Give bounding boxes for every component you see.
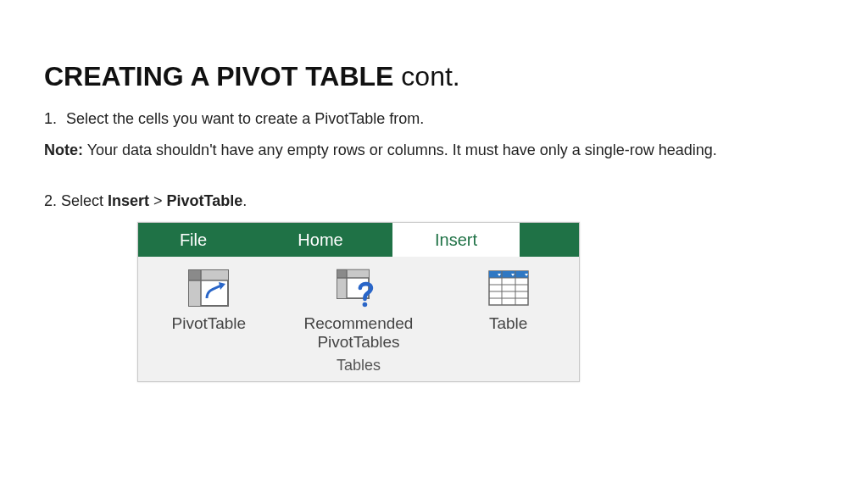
tool-table-label: Table: [489, 314, 527, 333]
title-rest: cont.: [393, 61, 459, 92]
note-row: Note: Your data shouldn't have any empty…: [44, 139, 824, 162]
tool-recommended-label-1: Recommended: [304, 314, 414, 333]
tool-pivottable-label: PivotTable: [171, 314, 246, 333]
svg-rect-9: [347, 270, 369, 278]
ribbon-group-tables: Tables: [147, 357, 570, 378]
step-1-text: Select the cells you want to create a Pi…: [66, 110, 424, 127]
svg-rect-1: [189, 270, 201, 280]
step-1: 1.Select the cells you want to create a …: [44, 108, 824, 130]
svg-rect-3: [201, 270, 228, 280]
recommended-pivottables-icon: [337, 269, 381, 308]
svg-rect-8: [337, 278, 347, 298]
ribbon-body: PivotTable: [138, 257, 579, 381]
step-2-insert: Insert: [108, 192, 149, 209]
title-bold: CREATING A PIVOT TABLE: [44, 61, 393, 92]
tab-home: Home: [248, 223, 392, 257]
svg-point-12: [363, 302, 368, 308]
step-1-number: 1.: [44, 108, 66, 130]
svg-rect-14: [489, 271, 528, 278]
tab-file: File: [138, 223, 248, 257]
tool-recommended-label-2: PivotTables: [317, 333, 399, 352]
step-2: 2. Select Insert > PivotTable.: [44, 192, 824, 210]
tool-table: Table: [449, 269, 568, 333]
note-text: Your data shouldn't have any empty rows …: [83, 141, 717, 158]
step-2-sep: >: [149, 192, 167, 209]
page-title: CREATING A PIVOT TABLE cont.: [44, 61, 824, 92]
table-icon: [487, 269, 531, 308]
svg-rect-7: [337, 270, 347, 278]
excel-ribbon-image: File Home Insert: [137, 222, 580, 382]
tool-pivottable: PivotTable: [149, 269, 268, 333]
step-2-suffix: .: [242, 192, 247, 209]
step-2-prefix: 2. Select: [44, 192, 108, 209]
tab-insert-active: Insert: [392, 223, 520, 257]
pivottable-icon: [186, 269, 231, 308]
tool-recommended-pivottables: Recommended PivotTables: [274, 269, 443, 352]
step-2-pivottable: PivotTable: [167, 192, 243, 209]
note-label: Note:: [44, 141, 83, 158]
ribbon-tabs: File Home Insert: [138, 223, 579, 257]
svg-rect-2: [189, 280, 201, 306]
